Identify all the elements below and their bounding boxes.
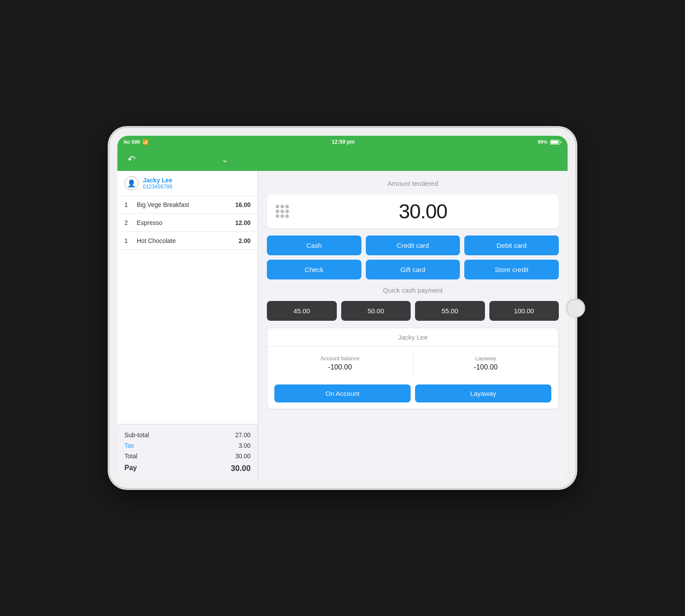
layaway-label: Layaway bbox=[420, 355, 552, 362]
battery-percent: 99% bbox=[538, 139, 547, 145]
quick-cash-45[interactable]: 45.00 bbox=[267, 301, 337, 321]
subtotal-label: Sub-total bbox=[124, 431, 149, 438]
battery-fill bbox=[551, 141, 558, 144]
store-credit-button[interactable]: Store credit bbox=[464, 260, 559, 279]
pay-row: Pay 30.00 bbox=[124, 461, 251, 475]
credit-card-button[interactable]: Credit card bbox=[366, 236, 460, 255]
order-items-list: 1 Big Vege Breakfast 16.00 2 Espresso 12… bbox=[117, 196, 258, 424]
order-item: 1 Big Vege Breakfast 16.00 bbox=[117, 196, 258, 214]
battery-tip bbox=[561, 141, 561, 143]
item-qty-3: 1 bbox=[124, 237, 133, 244]
total-value: 30.00 bbox=[235, 453, 251, 460]
layaway-balance-item: Layaway -100.00 bbox=[413, 352, 559, 375]
pay-label: Pay bbox=[124, 464, 137, 473]
debit-card-button[interactable]: Debit card bbox=[464, 236, 559, 255]
layaway-value: -100.00 bbox=[420, 363, 552, 371]
status-left: No SIM 📶 bbox=[124, 139, 149, 145]
item-price-2: 12.00 bbox=[235, 219, 251, 226]
item-name-3: Hot Chocolate bbox=[133, 237, 239, 244]
tax-label: Tax bbox=[124, 442, 134, 449]
account-actions: On Account Layaway bbox=[267, 380, 558, 409]
account-balance-value: -100.00 bbox=[274, 363, 406, 371]
status-bar: No SIM 📶 12:59 pm 99% bbox=[117, 136, 568, 148]
ipad-frame: No SIM 📶 12:59 pm 99% ↶ ⌄ bbox=[109, 128, 576, 488]
time-label: 12:59 pm bbox=[332, 139, 355, 145]
pay-value: 30.00 bbox=[231, 464, 251, 473]
battery-body bbox=[550, 140, 560, 145]
quick-cash-100[interactable]: 100.00 bbox=[489, 301, 559, 321]
item-price-3: 2.00 bbox=[239, 237, 251, 244]
amount-tendered-label: Amount tendered bbox=[267, 180, 559, 187]
quick-cash-50[interactable]: 50.00 bbox=[341, 301, 411, 321]
back-button[interactable]: ↶ bbox=[124, 152, 138, 167]
subtotal-row: Sub-total 27.00 bbox=[124, 430, 251, 440]
right-panel: Amount tendered 30.00 bbox=[258, 171, 568, 480]
item-name-1: Big Vege Breakfast bbox=[133, 201, 235, 208]
account-section-header: Jacky Lee bbox=[267, 328, 558, 347]
customer-name: Jacky Lee bbox=[143, 177, 251, 184]
amount-display: 30.00 bbox=[267, 194, 559, 228]
quick-cash-55[interactable]: 55.00 bbox=[415, 301, 485, 321]
customer-row[interactable]: 👤 Jacky Lee 0123456789 bbox=[117, 171, 258, 196]
cash-button[interactable]: Cash bbox=[267, 236, 361, 255]
chevron-down-icon: ⌄ bbox=[222, 155, 228, 164]
order-item: 2 Espresso 12.00 bbox=[117, 214, 258, 232]
item-qty-2: 2 bbox=[124, 219, 133, 226]
quick-cash-buttons: 45.00 50.00 55.00 100.00 bbox=[267, 301, 559, 321]
home-button[interactable] bbox=[566, 298, 585, 318]
account-section: Jacky Lee Account balance -100.00 Layawa… bbox=[267, 328, 559, 409]
ipad-screen: No SIM 📶 12:59 pm 99% ↶ ⌄ bbox=[117, 136, 568, 480]
customer-avatar: 👤 bbox=[124, 176, 138, 190]
total-row: Total 30.00 bbox=[124, 451, 251, 461]
wifi-icon: 📶 bbox=[142, 139, 149, 145]
person-icon: 👤 bbox=[127, 179, 136, 188]
keypad-icon bbox=[276, 205, 289, 218]
amount-value[interactable]: 30.00 bbox=[296, 199, 550, 223]
customer-phone: 0123456789 bbox=[143, 184, 251, 190]
layaway-button[interactable]: Layaway bbox=[415, 384, 551, 402]
account-balance-item: Account balance -100.00 bbox=[267, 352, 413, 375]
tax-row: Tax 3.00 bbox=[124, 440, 251, 451]
on-account-button[interactable]: On Account bbox=[274, 384, 411, 402]
customer-info: Jacky Lee 0123456789 bbox=[143, 177, 251, 190]
totals-section: Sub-total 27.00 Tax 3.00 Total 30.00 Pay… bbox=[117, 424, 258, 480]
item-qty-1: 1 bbox=[124, 201, 133, 208]
gift-card-button[interactable]: Gift card bbox=[366, 260, 460, 279]
main-content: 👤 Jacky Lee 0123456789 1 Big Vege Breakf… bbox=[117, 171, 568, 480]
header-bar: ↶ ⌄ bbox=[117, 148, 568, 171]
tax-value: 3.00 bbox=[239, 442, 251, 449]
account-balance-label: Account balance bbox=[274, 355, 406, 362]
back-icon: ↶ bbox=[128, 155, 135, 164]
subtotal-value: 27.00 bbox=[235, 431, 251, 438]
carrier-label: No SIM bbox=[124, 139, 140, 145]
item-price-1: 16.00 bbox=[235, 201, 251, 208]
total-label: Total bbox=[124, 453, 138, 460]
check-button[interactable]: Check bbox=[267, 260, 361, 279]
payment-buttons: Cash Credit card Debit card Check Gift c… bbox=[267, 236, 559, 279]
battery-icon bbox=[550, 140, 561, 145]
left-panel: 👤 Jacky Lee 0123456789 1 Big Vege Breakf… bbox=[117, 171, 258, 480]
status-right: 99% bbox=[538, 139, 561, 145]
quick-cash-label: Quick cash payment bbox=[267, 286, 559, 294]
item-name-2: Espresso bbox=[133, 219, 235, 226]
account-balances: Account balance -100.00 Layaway -100.00 bbox=[267, 347, 558, 380]
dropdown-button[interactable]: ⌄ bbox=[218, 152, 232, 167]
order-item: 1 Hot Chocolate 2.00 bbox=[117, 232, 258, 250]
